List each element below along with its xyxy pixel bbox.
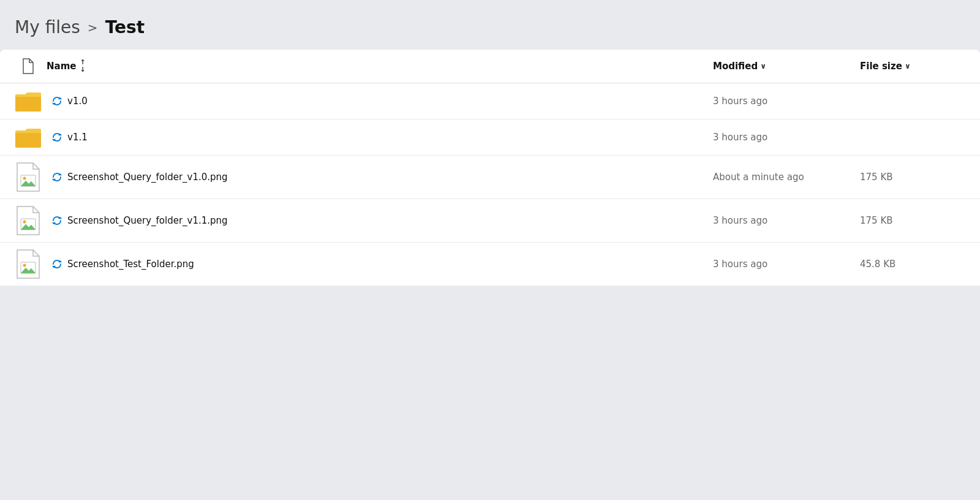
file-modified: 3 hours ago [713,259,860,270]
file-size: 175 KB [860,172,970,183]
table-row[interactable]: Screenshot_Query_folder_v1.0.png About a… [0,156,980,199]
breadcrumb-current: Test [105,17,145,37]
table-row[interactable]: Screenshot_Test_Folder.png 3 hours ago 4… [0,243,980,286]
file-size: 45.8 KB [860,259,970,270]
sync-icon [51,96,62,107]
file-icon-col [10,205,47,236]
breadcrumb-parent[interactable]: My files [15,17,80,37]
sync-icon [51,132,62,143]
file-name: Screenshot_Test_Folder.png [67,259,194,270]
file-name-col: Screenshot_Query_folder_v1.0.png [47,172,713,183]
svg-point-4 [23,221,26,224]
file-name: Screenshot_Query_folder_v1.1.png [67,215,228,226]
file-modified: 3 hours ago [713,215,860,226]
header-file-icon [10,58,47,74]
file-list-container: Name ↑ ↓ Modified ∨ File size ∨ v1.0 [0,50,980,286]
column-header-name[interactable]: Name ↑ ↓ [47,59,713,74]
file-name-col: v1.1 [47,132,713,143]
sync-icon [51,215,62,226]
sort-arrows[interactable]: ↑ ↓ [80,59,85,74]
sync-icon [51,172,62,183]
table-header: Name ↑ ↓ Modified ∨ File size ∨ [0,50,980,83]
column-header-modified[interactable]: Modified ∨ [713,61,860,72]
file-icon-col [10,89,47,113]
file-icon-col [10,249,47,279]
file-size: 175 KB [860,215,970,226]
file-rows: v1.0 3 hours ago v1.1 3 hours ago [0,83,980,286]
file-name: Screenshot_Query_folder_v1.0.png [67,172,228,183]
modified-sort-icon[interactable]: ∨ [760,62,766,70]
file-icon-col [10,126,47,149]
table-row[interactable]: v1.1 3 hours ago [0,119,980,156]
table-row[interactable]: v1.0 3 hours ago [0,83,980,119]
svg-point-7 [23,264,26,267]
file-icon-col [10,162,47,192]
svg-point-1 [23,177,26,180]
file-name-col: Screenshot_Test_Folder.png [47,259,713,270]
filesize-sort-icon[interactable]: ∨ [905,62,911,70]
document-icon [21,58,35,74]
file-name: v1.0 [67,96,88,107]
sort-down-icon[interactable]: ↓ [80,66,85,74]
file-modified: 3 hours ago [713,96,860,107]
file-name: v1.1 [67,132,88,143]
file-name-col: v1.0 [47,96,713,107]
file-name-col: Screenshot_Query_folder_v1.1.png [47,215,713,226]
sync-icon [51,259,62,270]
column-header-filesize[interactable]: File size ∨ [860,61,970,72]
breadcrumb-separator: > [88,20,98,35]
table-row[interactable]: Screenshot_Query_folder_v1.1.png 3 hours… [0,199,980,243]
breadcrumb: My files > Test [0,0,980,50]
file-modified: 3 hours ago [713,132,860,143]
file-modified: About a minute ago [713,172,860,183]
